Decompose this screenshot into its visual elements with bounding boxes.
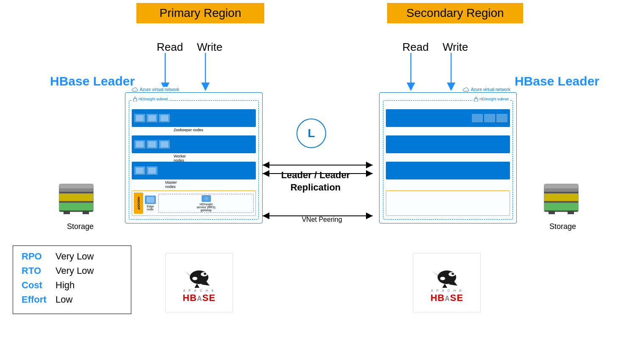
vnet-peering-label: VNet Peering bbox=[280, 216, 364, 223]
secondary-region-label: Secondary Region bbox=[387, 3, 523, 23]
secondary-azure-vnet-box-wrapper: Azure virtual network HDInsight subnet bbox=[379, 92, 517, 223]
svg-text:Read: Read bbox=[157, 41, 183, 53]
hbase-leader-right: HBase Leader bbox=[515, 74, 599, 88]
metric-cost: Cost High bbox=[22, 280, 122, 291]
metric-rpo-key: RPO bbox=[22, 251, 55, 262]
secondary-master-row bbox=[386, 162, 510, 179]
svg-rect-9 bbox=[133, 99, 137, 102]
primary-hdinsight-label: HDInsight subnet bbox=[132, 97, 169, 102]
secondary-hdinsight-subnet-box: HDInsight subnet bbox=[383, 100, 513, 220]
metric-rpo: RPO Very Low bbox=[22, 251, 122, 262]
svg-marker-34 bbox=[194, 284, 200, 288]
svg-point-40 bbox=[452, 273, 454, 275]
svg-point-43 bbox=[440, 277, 445, 280]
svg-text:Write: Write bbox=[443, 41, 468, 53]
svg-rect-29 bbox=[568, 211, 574, 214]
svg-marker-41 bbox=[442, 284, 448, 288]
replication-circle: L bbox=[296, 119, 326, 148]
svg-rect-19 bbox=[59, 203, 93, 210]
metric-cost-value: High bbox=[55, 280, 75, 291]
svg-rect-25 bbox=[544, 193, 578, 201]
hbase-logo-left: A P A C H E HBASE bbox=[165, 253, 233, 312]
secondary-azure-vnet-label: Azure virtual network bbox=[461, 87, 512, 92]
storage-icon-left bbox=[55, 182, 97, 220]
svg-rect-21 bbox=[64, 211, 70, 214]
primary-master-row bbox=[132, 162, 256, 179]
metric-rto-value: Very Low bbox=[55, 265, 94, 276]
secondary-worker-row bbox=[386, 135, 510, 153]
storage-icon-right bbox=[540, 182, 582, 220]
replication-arrows bbox=[258, 159, 377, 180]
primary-azure-vnet-label: Azure virtual network bbox=[130, 87, 181, 92]
svg-text:Write: Write bbox=[197, 41, 222, 53]
svg-rect-27 bbox=[544, 184, 578, 188]
svg-point-33 bbox=[204, 273, 206, 275]
metric-rpo-value: Very Low bbox=[55, 251, 94, 262]
metric-rto-key: RTO bbox=[22, 265, 55, 276]
primary-read-write-arrows: Read Write bbox=[131, 38, 250, 93]
svg-text:Read: Read bbox=[402, 41, 429, 53]
primary-azure-vnet-box: Azure virtual network HDInsight subnet Z… bbox=[125, 92, 263, 223]
storage-label-right: Storage bbox=[549, 222, 576, 231]
metric-effort-value: Low bbox=[55, 294, 72, 305]
metric-cost-key: Cost bbox=[22, 280, 55, 291]
primary-master-label: Masternodes bbox=[165, 180, 177, 189]
secondary-read-write-arrows: Read Write bbox=[381, 38, 500, 93]
svg-rect-26 bbox=[544, 203, 578, 210]
primary-worker-row bbox=[132, 135, 256, 153]
secondary-bottom-section bbox=[386, 190, 510, 216]
storage-label-left: Storage bbox=[67, 222, 94, 231]
metrics-table: RPO Very Low RTO Very Low Cost High Effo… bbox=[13, 245, 131, 314]
primary-zookeeper-label: Zookeeper nodes bbox=[174, 128, 203, 132]
svg-rect-18 bbox=[59, 193, 93, 201]
primary-zookeeper-row bbox=[132, 109, 256, 127]
primary-region-label: Primary Region bbox=[136, 3, 264, 23]
svg-rect-22 bbox=[83, 211, 89, 214]
metric-effort: Effort Low bbox=[22, 294, 122, 305]
svg-rect-12 bbox=[474, 99, 478, 102]
metric-rto: RTO Very Low bbox=[22, 265, 122, 276]
svg-point-11 bbox=[205, 198, 207, 199]
hbase-leader-left: HBase Leader bbox=[50, 74, 135, 88]
primary-worker-label: Workernodes bbox=[174, 154, 186, 163]
svg-rect-28 bbox=[549, 211, 555, 214]
hbase-logo-right: A P A C H E HBASE bbox=[413, 253, 481, 312]
secondary-hdinsight-label: HDInsight subnet bbox=[473, 97, 510, 102]
svg-rect-20 bbox=[59, 184, 93, 188]
secondary-zookeeper-row bbox=[386, 109, 510, 127]
primary-bottom-section: HADOOP Edgenode HDInsightservice (MRS)ga… bbox=[132, 190, 256, 216]
primary-hdinsight-subnet-box: HDInsight subnet Zookeeper nodes Workern… bbox=[129, 100, 259, 220]
metric-effort-key: Effort bbox=[22, 294, 55, 305]
svg-point-36 bbox=[192, 277, 197, 280]
